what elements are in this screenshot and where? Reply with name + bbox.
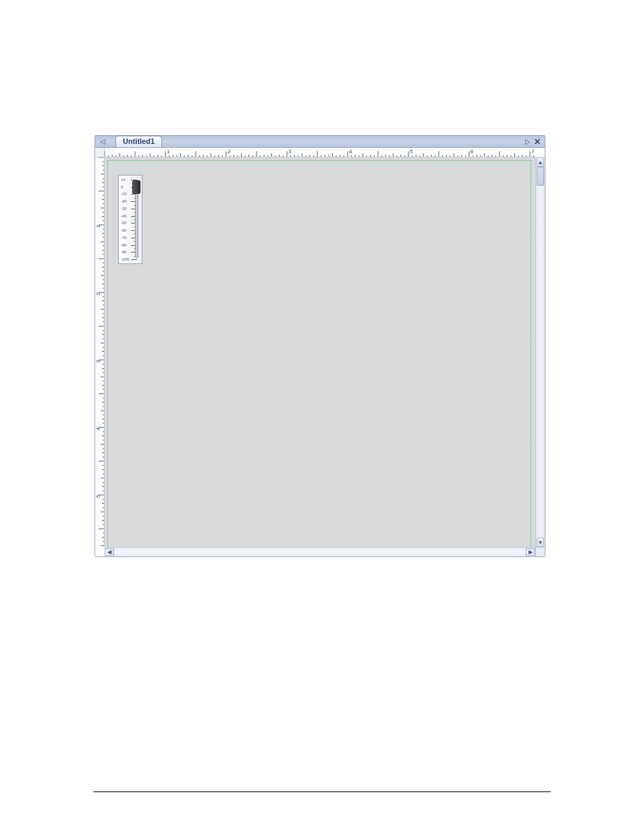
- slider-tick-label: -90: [121, 250, 127, 254]
- design-canvas[interactable]: 100-10-20-30-40-50-60-70-80-90-100: [105, 157, 535, 547]
- vertical-scrollbar[interactable]: ▲ ▼: [535, 157, 545, 547]
- ruler-vertical[interactable]: 12345: [95, 157, 105, 547]
- ruler-horizontal[interactable]: 1234567: [105, 148, 535, 157]
- tab-bar: ◁ Untitled1 ▷ ✕: [95, 136, 545, 148]
- slider-tick-label: -60: [121, 228, 127, 232]
- editor-window: ◁ Untitled1 ▷ ✕ 1234567 12345: [95, 135, 545, 557]
- page-boundary: [107, 160, 531, 547]
- svg-text:6: 6: [471, 149, 474, 155]
- slider-scale: 100-10-20-30-40-50-60-70-80-90-100: [121, 180, 130, 259]
- svg-text:7: 7: [531, 149, 535, 155]
- slider-control[interactable]: 100-10-20-30-40-50-60-70-80-90-100: [118, 175, 142, 264]
- slider-tick-label: -70: [121, 236, 127, 240]
- svg-text:2: 2: [95, 292, 101, 295]
- tab-group: Untitled1: [115, 136, 523, 147]
- slider-tick-label: -20: [121, 199, 127, 203]
- vertical-scroll-thumb[interactable]: [537, 167, 544, 186]
- page-footer-rule: [93, 791, 551, 792]
- slider-tick-label: 0: [121, 185, 123, 189]
- slider-tick-label: -80: [121, 243, 127, 247]
- tab-close-icon[interactable]: ✕: [533, 137, 542, 147]
- slider-tick-label: -30: [121, 207, 127, 211]
- editor-frame: ◁ Untitled1 ▷ ✕ 1234567 12345: [95, 135, 545, 557]
- tab-nav-left-icon[interactable]: ◁: [98, 137, 107, 147]
- ruler-origin: [95, 148, 105, 157]
- tab-document[interactable]: Untitled1: [115, 136, 162, 147]
- tab-nav-right-icon[interactable]: ▷: [523, 137, 533, 147]
- scroll-left-arrow-icon[interactable]: ◀: [105, 548, 114, 556]
- svg-text:1: 1: [167, 149, 170, 155]
- slider-tick: [131, 259, 137, 260]
- slider-tick-label: -100: [121, 257, 129, 261]
- svg-text:3: 3: [95, 359, 101, 363]
- slider-tick-label: 10: [121, 178, 126, 182]
- svg-text:5: 5: [95, 494, 101, 498]
- scroll-corner: [535, 547, 545, 556]
- slider-tick-label: -50: [121, 221, 127, 225]
- scroll-right-arrow-icon[interactable]: ▶: [526, 548, 535, 556]
- svg-text:2: 2: [227, 149, 231, 155]
- svg-text:1: 1: [95, 224, 101, 228]
- scroll-down-arrow-icon[interactable]: ▼: [537, 538, 544, 547]
- svg-text:4: 4: [349, 149, 352, 155]
- work-area: 1234567 12345 100-10-20-30-40-50-60-70-8…: [95, 148, 545, 556]
- slider-tick-label: -40: [121, 214, 127, 218]
- slider-thumb[interactable]: [132, 180, 140, 194]
- svg-text:5: 5: [410, 149, 413, 155]
- svg-text:4: 4: [95, 427, 101, 430]
- scroll-up-arrow-icon[interactable]: ▲: [537, 157, 544, 167]
- slider-tick-label: -10: [121, 192, 127, 196]
- horizontal-scrollbar[interactable]: ◀ ▶: [105, 547, 535, 556]
- svg-text:3: 3: [288, 149, 292, 155]
